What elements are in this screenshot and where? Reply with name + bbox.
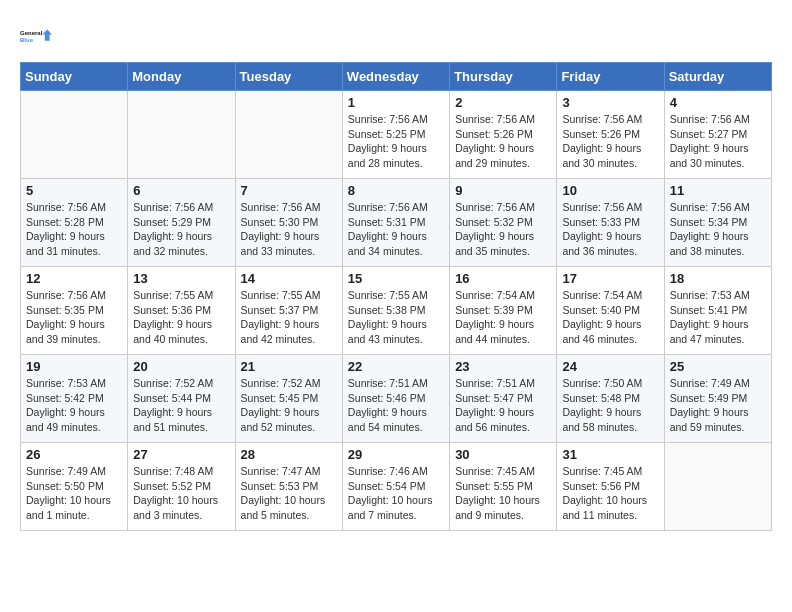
calendar-table: SundayMondayTuesdayWednesdayThursdayFrid…: [20, 62, 772, 531]
day-number: 4: [670, 95, 766, 110]
calendar-cell: 5Sunrise: 7:56 AM Sunset: 5:28 PM Daylig…: [21, 179, 128, 267]
day-info: Sunrise: 7:56 AM Sunset: 5:26 PM Dayligh…: [562, 112, 658, 171]
header-day-monday: Monday: [128, 63, 235, 91]
day-info: Sunrise: 7:55 AM Sunset: 5:38 PM Dayligh…: [348, 288, 444, 347]
day-info: Sunrise: 7:56 AM Sunset: 5:26 PM Dayligh…: [455, 112, 551, 171]
day-info: Sunrise: 7:53 AM Sunset: 5:41 PM Dayligh…: [670, 288, 766, 347]
calendar-cell: 11Sunrise: 7:56 AM Sunset: 5:34 PM Dayli…: [664, 179, 771, 267]
calendar-cell: 26Sunrise: 7:49 AM Sunset: 5:50 PM Dayli…: [21, 443, 128, 531]
day-number: 10: [562, 183, 658, 198]
day-number: 6: [133, 183, 229, 198]
calendar-cell: 16Sunrise: 7:54 AM Sunset: 5:39 PM Dayli…: [450, 267, 557, 355]
day-info: Sunrise: 7:45 AM Sunset: 5:56 PM Dayligh…: [562, 464, 658, 523]
calendar-cell: 30Sunrise: 7:45 AM Sunset: 5:55 PM Dayli…: [450, 443, 557, 531]
day-number: 23: [455, 359, 551, 374]
day-number: 3: [562, 95, 658, 110]
calendar-cell: 3Sunrise: 7:56 AM Sunset: 5:26 PM Daylig…: [557, 91, 664, 179]
day-number: 24: [562, 359, 658, 374]
day-info: Sunrise: 7:47 AM Sunset: 5:53 PM Dayligh…: [241, 464, 337, 523]
week-row-0: 1Sunrise: 7:56 AM Sunset: 5:25 PM Daylig…: [21, 91, 772, 179]
calendar-cell: 4Sunrise: 7:56 AM Sunset: 5:27 PM Daylig…: [664, 91, 771, 179]
day-info: Sunrise: 7:49 AM Sunset: 5:49 PM Dayligh…: [670, 376, 766, 435]
calendar-cell: [664, 443, 771, 531]
day-number: 21: [241, 359, 337, 374]
day-info: Sunrise: 7:56 AM Sunset: 5:29 PM Dayligh…: [133, 200, 229, 259]
header-row: SundayMondayTuesdayWednesdayThursdayFrid…: [21, 63, 772, 91]
calendar-cell: 17Sunrise: 7:54 AM Sunset: 5:40 PM Dayli…: [557, 267, 664, 355]
calendar-cell: 27Sunrise: 7:48 AM Sunset: 5:52 PM Dayli…: [128, 443, 235, 531]
day-info: Sunrise: 7:45 AM Sunset: 5:55 PM Dayligh…: [455, 464, 551, 523]
calendar-header: SundayMondayTuesdayWednesdayThursdayFrid…: [21, 63, 772, 91]
calendar-cell: 18Sunrise: 7:53 AM Sunset: 5:41 PM Dayli…: [664, 267, 771, 355]
svg-text:Blue: Blue: [20, 37, 34, 43]
day-number: 8: [348, 183, 444, 198]
day-number: 15: [348, 271, 444, 286]
calendar-cell: 2Sunrise: 7:56 AM Sunset: 5:26 PM Daylig…: [450, 91, 557, 179]
day-number: 5: [26, 183, 122, 198]
day-number: 31: [562, 447, 658, 462]
day-number: 17: [562, 271, 658, 286]
calendar-body: 1Sunrise: 7:56 AM Sunset: 5:25 PM Daylig…: [21, 91, 772, 531]
day-info: Sunrise: 7:54 AM Sunset: 5:40 PM Dayligh…: [562, 288, 658, 347]
day-info: Sunrise: 7:52 AM Sunset: 5:44 PM Dayligh…: [133, 376, 229, 435]
day-number: 7: [241, 183, 337, 198]
day-number: 13: [133, 271, 229, 286]
day-info: Sunrise: 7:56 AM Sunset: 5:30 PM Dayligh…: [241, 200, 337, 259]
calendar-cell: 14Sunrise: 7:55 AM Sunset: 5:37 PM Dayli…: [235, 267, 342, 355]
calendar-cell: [21, 91, 128, 179]
page-header: General Blue: [20, 20, 772, 52]
calendar-cell: 24Sunrise: 7:50 AM Sunset: 5:48 PM Dayli…: [557, 355, 664, 443]
calendar-cell: 21Sunrise: 7:52 AM Sunset: 5:45 PM Dayli…: [235, 355, 342, 443]
calendar-cell: 9Sunrise: 7:56 AM Sunset: 5:32 PM Daylig…: [450, 179, 557, 267]
day-number: 29: [348, 447, 444, 462]
day-info: Sunrise: 7:56 AM Sunset: 5:32 PM Dayligh…: [455, 200, 551, 259]
day-info: Sunrise: 7:51 AM Sunset: 5:46 PM Dayligh…: [348, 376, 444, 435]
header-day-wednesday: Wednesday: [342, 63, 449, 91]
day-info: Sunrise: 7:49 AM Sunset: 5:50 PM Dayligh…: [26, 464, 122, 523]
day-number: 18: [670, 271, 766, 286]
svg-marker-2: [42, 30, 52, 41]
day-info: Sunrise: 7:51 AM Sunset: 5:47 PM Dayligh…: [455, 376, 551, 435]
calendar-cell: 6Sunrise: 7:56 AM Sunset: 5:29 PM Daylig…: [128, 179, 235, 267]
day-info: Sunrise: 7:56 AM Sunset: 5:28 PM Dayligh…: [26, 200, 122, 259]
day-number: 27: [133, 447, 229, 462]
svg-text:General: General: [20, 30, 43, 36]
day-info: Sunrise: 7:56 AM Sunset: 5:31 PM Dayligh…: [348, 200, 444, 259]
day-number: 25: [670, 359, 766, 374]
header-day-tuesday: Tuesday: [235, 63, 342, 91]
day-info: Sunrise: 7:56 AM Sunset: 5:33 PM Dayligh…: [562, 200, 658, 259]
calendar-cell: 12Sunrise: 7:56 AM Sunset: 5:35 PM Dayli…: [21, 267, 128, 355]
day-info: Sunrise: 7:56 AM Sunset: 5:25 PM Dayligh…: [348, 112, 444, 171]
day-number: 28: [241, 447, 337, 462]
day-info: Sunrise: 7:46 AM Sunset: 5:54 PM Dayligh…: [348, 464, 444, 523]
day-info: Sunrise: 7:48 AM Sunset: 5:52 PM Dayligh…: [133, 464, 229, 523]
day-number: 14: [241, 271, 337, 286]
week-row-3: 19Sunrise: 7:53 AM Sunset: 5:42 PM Dayli…: [21, 355, 772, 443]
calendar-cell: 19Sunrise: 7:53 AM Sunset: 5:42 PM Dayli…: [21, 355, 128, 443]
day-info: Sunrise: 7:56 AM Sunset: 5:27 PM Dayligh…: [670, 112, 766, 171]
day-number: 30: [455, 447, 551, 462]
logo: General Blue: [20, 20, 52, 52]
week-row-4: 26Sunrise: 7:49 AM Sunset: 5:50 PM Dayli…: [21, 443, 772, 531]
day-number: 11: [670, 183, 766, 198]
day-info: Sunrise: 7:56 AM Sunset: 5:34 PM Dayligh…: [670, 200, 766, 259]
calendar-cell: 22Sunrise: 7:51 AM Sunset: 5:46 PM Dayli…: [342, 355, 449, 443]
day-number: 9: [455, 183, 551, 198]
header-day-friday: Friday: [557, 63, 664, 91]
day-number: 12: [26, 271, 122, 286]
day-info: Sunrise: 7:55 AM Sunset: 5:36 PM Dayligh…: [133, 288, 229, 347]
calendar-cell: 13Sunrise: 7:55 AM Sunset: 5:36 PM Dayli…: [128, 267, 235, 355]
week-row-2: 12Sunrise: 7:56 AM Sunset: 5:35 PM Dayli…: [21, 267, 772, 355]
day-number: 26: [26, 447, 122, 462]
calendar-cell: 25Sunrise: 7:49 AM Sunset: 5:49 PM Dayli…: [664, 355, 771, 443]
calendar-cell: [235, 91, 342, 179]
calendar-cell: 20Sunrise: 7:52 AM Sunset: 5:44 PM Dayli…: [128, 355, 235, 443]
day-number: 20: [133, 359, 229, 374]
calendar-cell: 1Sunrise: 7:56 AM Sunset: 5:25 PM Daylig…: [342, 91, 449, 179]
calendar-cell: 8Sunrise: 7:56 AM Sunset: 5:31 PM Daylig…: [342, 179, 449, 267]
week-row-1: 5Sunrise: 7:56 AM Sunset: 5:28 PM Daylig…: [21, 179, 772, 267]
day-info: Sunrise: 7:56 AM Sunset: 5:35 PM Dayligh…: [26, 288, 122, 347]
day-info: Sunrise: 7:52 AM Sunset: 5:45 PM Dayligh…: [241, 376, 337, 435]
calendar-cell: [128, 91, 235, 179]
calendar-cell: 31Sunrise: 7:45 AM Sunset: 5:56 PM Dayli…: [557, 443, 664, 531]
